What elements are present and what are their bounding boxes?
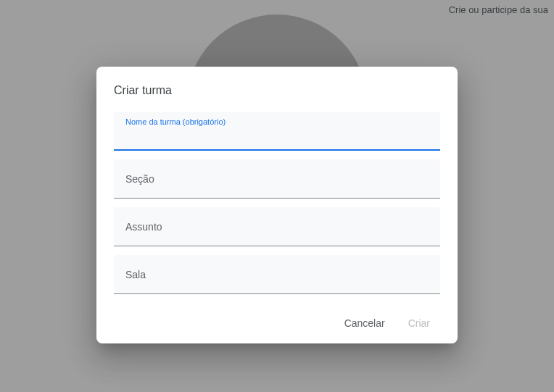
- dialog-title: Criar turma: [114, 84, 440, 97]
- dialog-actions: Cancelar Criar: [114, 312, 440, 335]
- section-input[interactable]: [125, 168, 429, 190]
- create-button[interactable]: Criar: [398, 312, 440, 335]
- header-prompt: Crie ou participe da sua: [449, 4, 548, 15]
- section-field-wrapper[interactable]: Seção: [114, 159, 440, 199]
- class-name-field-wrapper[interactable]: Nome da turma (obrigatório): [114, 112, 440, 151]
- room-field-wrapper[interactable]: Sala: [114, 255, 440, 294]
- subject-field-wrapper[interactable]: Assunto: [114, 207, 440, 246]
- create-class-dialog: Criar turma Nome da turma (obrigatório) …: [96, 67, 458, 343]
- subject-input[interactable]: [125, 216, 429, 238]
- cancel-button[interactable]: Cancelar: [334, 312, 395, 335]
- class-name-input[interactable]: [125, 120, 429, 141]
- room-input[interactable]: [125, 264, 429, 285]
